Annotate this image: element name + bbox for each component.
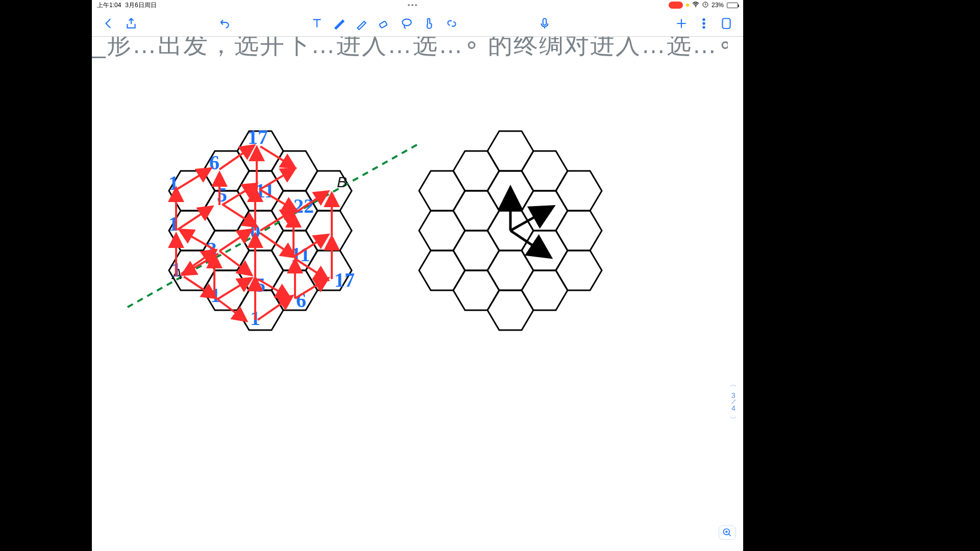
note-canvas[interactable]: A B 17 6 1 5 11 22 1 0 3 1 11 1 5 17 6 1 xyxy=(92,37,743,551)
black-arrows xyxy=(510,190,551,256)
svg-rect-2 xyxy=(379,21,387,28)
toolbar xyxy=(92,10,743,37)
svg-text:17: 17 xyxy=(248,126,268,148)
svg-point-6 xyxy=(703,22,704,24)
label-B: B xyxy=(337,173,347,190)
wifi-icon xyxy=(692,2,699,9)
hand-numbers: 17 6 1 5 11 22 1 0 3 1 11 1 5 17 6 1 xyxy=(168,126,355,330)
share-button[interactable] xyxy=(125,17,138,30)
battery-icon xyxy=(727,3,738,8)
page-navigator[interactable]: ︿ 3 4 ﹀ xyxy=(730,380,737,423)
screen-record-indicator[interactable] xyxy=(669,2,683,9)
canvas-content[interactable]: _形…出发，选开下…进入…选…∘ 的终绸对进入…选…∘ ， xyxy=(92,37,743,551)
svg-point-7 xyxy=(703,26,704,28)
eraser-tool[interactable] xyxy=(378,17,391,30)
svg-text:5: 5 xyxy=(255,273,265,296)
svg-text:17: 17 xyxy=(334,268,355,291)
pen-tool[interactable] xyxy=(333,17,346,30)
text-tool[interactable] xyxy=(310,17,324,30)
svg-point-0 xyxy=(695,6,696,7)
status-bar: 上午1:04 3月6日周日 23% xyxy=(92,0,743,10)
rotation-lock-icon xyxy=(702,2,708,9)
page-up-chevron[interactable]: ︿ xyxy=(730,380,737,389)
undo-button[interactable] xyxy=(217,17,231,30)
battery-percent: 23% xyxy=(712,2,724,9)
page-down-chevron[interactable]: ﹀ xyxy=(730,414,737,423)
back-button[interactable] xyxy=(102,17,115,30)
lasso-tool[interactable] xyxy=(400,17,413,30)
svg-point-3 xyxy=(402,19,411,26)
page-total: 4 xyxy=(731,404,736,412)
highlighter-tool[interactable] xyxy=(355,17,369,30)
ipad-screen: 上午1:04 3月6日周日 23% xyxy=(92,0,743,551)
svg-rect-8 xyxy=(722,18,730,29)
add-button[interactable] xyxy=(675,17,688,30)
svg-rect-4 xyxy=(543,18,547,25)
svg-text:22: 22 xyxy=(293,194,314,217)
multitask-dots[interactable] xyxy=(408,4,417,6)
more-button[interactable] xyxy=(697,17,710,30)
status-date: 3月6日周日 xyxy=(125,1,156,10)
gesture-tool[interactable] xyxy=(423,17,436,30)
microphone-button[interactable] xyxy=(538,17,551,30)
mic-indicator xyxy=(686,4,689,7)
zoom-in-button[interactable] xyxy=(719,525,736,540)
page-current: 3 xyxy=(731,391,736,399)
link-tool[interactable] xyxy=(445,17,458,30)
page-divider xyxy=(731,399,736,404)
svg-point-5 xyxy=(703,18,704,20)
status-time: 上午1:04 xyxy=(97,1,121,10)
pages-button[interactable] xyxy=(720,17,733,30)
svg-text:6: 6 xyxy=(209,151,219,174)
